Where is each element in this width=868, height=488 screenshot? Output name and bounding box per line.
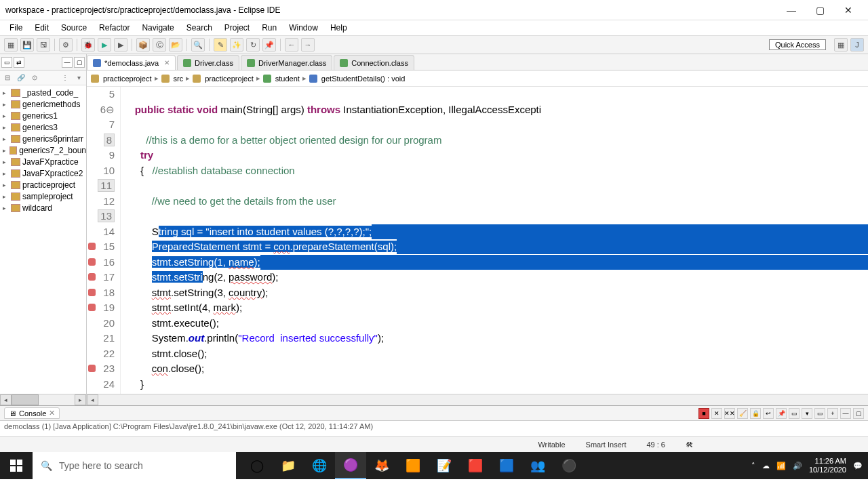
code-line[interactable]: //this is a demo for a better object ori… bbox=[121, 133, 868, 148]
tree-item[interactable]: ▸JavaFXpractice bbox=[0, 156, 86, 167]
back-button[interactable]: ← bbox=[285, 38, 298, 52]
code-line[interactable] bbox=[121, 117, 868, 133]
breadcrumb-item[interactable]: src bbox=[174, 75, 184, 83]
pe-min-icon[interactable]: — bbox=[62, 57, 73, 68]
wifi-icon[interactable]: 📶 bbox=[776, 462, 786, 470]
notifications-icon[interactable]: 💬 bbox=[853, 462, 863, 470]
onedrive-icon[interactable]: ☁ bbox=[762, 462, 770, 470]
system-tray[interactable]: ˄ ☁ 📶 🔊 11:26 AM 10/12/2020 💬 bbox=[751, 457, 868, 474]
link-editor-icon[interactable]: 🔗 bbox=[15, 73, 27, 83]
maximize-button[interactable]: ▢ bbox=[806, 3, 834, 17]
pe-link-icon[interactable]: ⇄ bbox=[14, 57, 24, 68]
wand-button[interactable]: ✨ bbox=[230, 38, 243, 52]
menu-project[interactable]: Project bbox=[219, 22, 255, 34]
code-line[interactable]: String sql = "insert into student values… bbox=[121, 224, 868, 240]
tree-item[interactable]: ▸sampleproject bbox=[0, 190, 86, 202]
word-icon[interactable]: 🟦 bbox=[491, 452, 522, 479]
code-line[interactable]: } bbox=[121, 377, 868, 392]
clock[interactable]: 11:26 AM 10/12/2020 bbox=[809, 457, 846, 474]
tree-item[interactable]: ▸wildcard bbox=[0, 202, 86, 214]
new-console-button[interactable]: + bbox=[827, 408, 838, 419]
tree-item[interactable]: ▸generics7_2_boun bbox=[0, 144, 86, 156]
tree-item[interactable]: ▸JavaFXpractice2 bbox=[0, 167, 86, 179]
quick-access[interactable]: Quick Access bbox=[769, 39, 826, 50]
close-icon[interactable]: ✕ bbox=[164, 59, 170, 66]
forward-button[interactable]: → bbox=[301, 38, 315, 52]
code-line[interactable]: stmt.setString(3, country); bbox=[121, 285, 868, 301]
menu-window[interactable]: Window bbox=[283, 22, 323, 34]
breadcrumb-item[interactable]: practiceproject bbox=[205, 75, 254, 83]
code-line[interactable]: { //establish database connection bbox=[121, 163, 868, 179]
breadcrumb[interactable]: practiceproject▸src▸practiceproject▸stud… bbox=[87, 70, 868, 87]
search-button[interactable]: 🔍 bbox=[191, 38, 205, 52]
display-button[interactable]: ▭ bbox=[789, 408, 800, 419]
code-line[interactable] bbox=[121, 87, 868, 102]
refresh-button[interactable]: ↻ bbox=[246, 38, 260, 52]
code-line[interactable] bbox=[121, 178, 868, 194]
minimize-button[interactable]: — bbox=[777, 3, 806, 17]
new-package-button[interactable]: 📦 bbox=[136, 38, 150, 52]
code-line[interactable]: //we need to get the details from the us… bbox=[121, 194, 868, 209]
editor-tab[interactable]: Driver.class bbox=[177, 55, 239, 70]
code-line[interactable]: stmt.execute(); bbox=[121, 316, 868, 331]
menu-run[interactable]: Run bbox=[256, 22, 282, 34]
scroll-lock-button[interactable]: 🔒 bbox=[750, 408, 761, 419]
code-line[interactable]: stmt.close(); bbox=[121, 346, 868, 362]
firefox-icon[interactable]: 🦊 bbox=[366, 452, 397, 479]
edge-icon[interactable]: 🌐 bbox=[304, 452, 335, 479]
pe-h-scrollbar[interactable]: ◂ ▸ bbox=[0, 394, 86, 405]
code-line[interactable] bbox=[121, 209, 868, 224]
editor-tab[interactable]: DriverManager.class bbox=[241, 55, 332, 70]
code-line[interactable]: stmt.setInt(4, mark); bbox=[121, 300, 868, 316]
coverage-button[interactable]: ▶ bbox=[114, 38, 127, 52]
java-perspective-button[interactable]: J bbox=[850, 38, 864, 52]
volume-icon[interactable]: 🔊 bbox=[793, 462, 802, 470]
remove-all-button[interactable]: ✕✕ bbox=[724, 408, 735, 419]
taskbar-search[interactable]: 🔍 Type here to search bbox=[33, 452, 236, 479]
focus-icon[interactable]: ⊙ bbox=[28, 73, 41, 83]
xampp-icon[interactable]: 🟧 bbox=[397, 452, 429, 479]
remove-launch-button[interactable]: ✕ bbox=[711, 408, 722, 419]
debug-button[interactable]: 🐞 bbox=[81, 38, 95, 52]
code-line[interactable]: System.out.println("Record inserted succ… bbox=[121, 331, 868, 346]
tree-item[interactable]: ▸genericmethods bbox=[0, 98, 86, 110]
breadcrumb-item[interactable]: practiceproject bbox=[103, 75, 152, 83]
pin-console-button[interactable]: 📌 bbox=[776, 408, 787, 419]
save-all-button[interactable]: 🖫 bbox=[37, 38, 50, 52]
word-wrap-button[interactable]: ↩ bbox=[763, 408, 774, 419]
editor-h-scrollbar[interactable]: ◂ ▸ bbox=[87, 394, 868, 405]
new-button[interactable]: ▦ bbox=[4, 38, 18, 52]
code-line[interactable]: stmt.setString(2, password); bbox=[121, 270, 868, 285]
start-button[interactable] bbox=[0, 452, 33, 479]
open-type-button[interactable]: 📂 bbox=[169, 38, 182, 52]
code-editor[interactable]: 56⊖789101112131415161718192021222324 pub… bbox=[87, 87, 868, 394]
terminate-button[interactable]: ■ bbox=[698, 408, 709, 419]
menu-edit[interactable]: Edit bbox=[29, 22, 54, 34]
run-button[interactable]: ▶ bbox=[98, 38, 111, 52]
menu-icon[interactable]: ▾ bbox=[73, 73, 85, 83]
eclipse-icon[interactable]: 🟣 bbox=[335, 452, 366, 479]
notepad-icon[interactable]: 📝 bbox=[429, 452, 460, 479]
code-line[interactable]: PreparedStatement stmt = con.prepareStat… bbox=[121, 239, 868, 255]
menu-help[interactable]: Help bbox=[325, 22, 353, 34]
open-perspective-button[interactable]: ▦ bbox=[834, 38, 848, 52]
max-button[interactable]: ▢ bbox=[853, 408, 864, 419]
close-icon[interactable]: ✕ bbox=[49, 409, 55, 418]
code-line[interactable]: stmt.setString(1, name); bbox=[121, 255, 868, 270]
tree-item[interactable]: ▸generics1 bbox=[0, 110, 86, 121]
menu-file[interactable]: File bbox=[4, 22, 28, 34]
filters-icon[interactable]: ⋮ bbox=[59, 73, 71, 83]
menu-search[interactable]: Search bbox=[181, 22, 218, 34]
menu-navigate[interactable]: Navigate bbox=[136, 22, 179, 34]
powerpoint-icon[interactable]: 🟥 bbox=[460, 452, 491, 479]
editor-tab[interactable]: *democlass.java✕ bbox=[87, 55, 176, 70]
cortana-icon[interactable]: ◯ bbox=[241, 452, 273, 479]
code-content[interactable]: public static void main(String[] args) t… bbox=[121, 87, 868, 394]
build-button[interactable]: ⚙ bbox=[59, 38, 73, 52]
teams-icon[interactable]: 👥 bbox=[522, 452, 553, 479]
code-line[interactable]: con.close(); bbox=[121, 361, 868, 377]
code-line[interactable]: try bbox=[121, 148, 868, 163]
breadcrumb-item[interactable]: getStudentDetails() : void bbox=[321, 75, 406, 83]
pe-max-icon[interactable]: ▢ bbox=[74, 57, 85, 68]
tree-item[interactable]: ▸generics3 bbox=[0, 121, 86, 133]
